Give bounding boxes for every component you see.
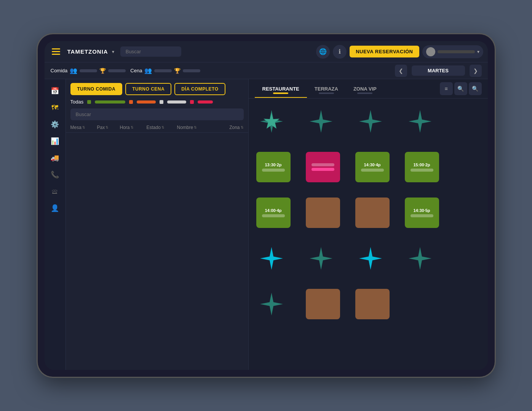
next-day-button[interactable]: ❯ [470, 65, 482, 77]
table-12[interactable]: 14:30·5p [405, 198, 439, 228]
filter-red-dot [190, 100, 194, 104]
prev-day-button[interactable]: ❮ [395, 65, 407, 77]
sidebar: 📅 🗺 ⚙️ 📊 🚚 📞 🛎 👤 [45, 79, 66, 370]
col-nombre: Nombre ⇅ [177, 125, 215, 130]
sidebar-chart-icon[interactable]: 📊 [48, 134, 62, 148]
user-name-bar [438, 50, 475, 53]
sidebar-phone-icon[interactable]: 📞 [48, 167, 62, 182]
svg-marker-4 [409, 110, 431, 133]
svg-marker-3 [359, 110, 382, 133]
user-dropdown-icon[interactable]: ▾ [477, 49, 479, 54]
col-estado: Estado ⇅ [147, 125, 177, 130]
search-input[interactable] [120, 46, 181, 57]
turno-cena-button[interactable]: TURNO CENA [125, 83, 171, 95]
table-9[interactable]: 14:00·4p [256, 198, 291, 228]
table-8-time: 15:00·2p [413, 162, 430, 167]
right-panel: RESTAURANTE TERRAZA ZONA VIP ≡ 🔍 [249, 79, 488, 370]
filter-row: Todas [66, 97, 248, 106]
cena-trophy-icon: 🏆 [174, 68, 181, 74]
sidebar-map-icon[interactable]: 🗺 [48, 100, 62, 115]
table-star-16[interactable] [405, 243, 435, 274]
table-19[interactable] [355, 289, 390, 319]
table-10[interactable] [306, 198, 340, 228]
cena-section: Cena 👥 🏆 [130, 67, 200, 74]
brand-dropdown-icon[interactable]: ▾ [112, 49, 114, 54]
reservations-search-input[interactable] [70, 108, 244, 120]
dia-completo-button[interactable]: DÍA COMPLETO [174, 83, 225, 95]
table-header: Mesa ⇅ Pax ⇅ Hora ⇅ Estado ⇅ [66, 123, 248, 133]
table-6[interactable] [306, 152, 340, 182]
sidebar-orders-icon[interactable]: 🛎 [48, 184, 62, 199]
svg-marker-8 [409, 247, 431, 270]
pax-sort-icon[interactable]: ⇅ [105, 126, 109, 129]
left-panel: TURNO COMIDA TURNO CENA DÍA COMPLETO Tod… [66, 79, 249, 370]
user-area: ▾ [422, 45, 483, 58]
svg-marker-6 [310, 247, 332, 270]
sidebar-delivery-icon[interactable]: 🚚 [48, 151, 62, 165]
table-7[interactable]: 14:30·4p [355, 152, 390, 182]
day-label: MARTES [412, 65, 465, 76]
table-9-bar [262, 214, 285, 217]
cena-pax-bar [154, 69, 172, 72]
table-star-4[interactable] [405, 106, 435, 137]
nombre-sort-icon[interactable]: ⇅ [194, 126, 197, 129]
sidebar-guests-icon[interactable]: 👤 [48, 201, 62, 215]
table-5[interactable]: 13:30·2p [256, 152, 291, 182]
todas-label: Todas [70, 99, 84, 105]
filter-gray-bar [167, 100, 186, 104]
sidebar-calendar-icon[interactable]: 📅 [48, 84, 62, 98]
sub-header: Comida 👥 🏆 Cena 👥 🏆 ❮ MARTES ❯ [45, 62, 488, 79]
mesa-sort-icon[interactable]: ⇅ [82, 126, 85, 129]
table-8[interactable]: 15:00·2p [405, 152, 439, 182]
col-zona: Zona ⇅ [215, 125, 244, 130]
table-18[interactable] [306, 289, 340, 319]
table-7-bar [361, 169, 384, 172]
table-star-1[interactable] [256, 106, 287, 137]
zona-sort-icon[interactable]: ⇅ [241, 126, 244, 129]
table-5-bar [262, 169, 285, 172]
comida-label: Comida [51, 68, 68, 73]
comida-section: Comida 👥 🏆 [51, 67, 126, 74]
list-view-button[interactable]: ≡ [440, 82, 453, 95]
tab-zona-vip[interactable]: ZONA VIP [346, 83, 384, 98]
nueva-reservacion-button[interactable]: NUEVA RESERVACIÓN [350, 46, 419, 57]
view-controls: ≡ 🔍 🔍 [440, 82, 482, 98]
brand-name: TAMETZONIA [67, 48, 108, 55]
svg-marker-9 [260, 293, 283, 315]
top-header: TAMETZONIA ▾ 🌐 ℹ NUEVA RESERVACIÓN ▾ [45, 41, 488, 62]
filter-orange-dot [129, 100, 133, 104]
turno-comida-button[interactable]: TURNO COMIDA [70, 83, 123, 95]
table-11[interactable] [355, 198, 390, 228]
globe-button[interactable]: 🌐 [316, 45, 330, 59]
comida-trophy-bar [108, 69, 126, 72]
table-star-14[interactable] [306, 243, 336, 274]
sidebar-settings-icon[interactable]: ⚙️ [48, 117, 62, 132]
device-frame: TAMETZONIA ▾ 🌐 ℹ NUEVA RESERVACIÓN ▾ Com… [38, 34, 495, 377]
table-star-17[interactable] [256, 289, 287, 319]
table-7-time: 14:30·4p [364, 162, 380, 167]
estado-sort-icon[interactable]: ⇅ [161, 126, 165, 129]
tab-restaurante[interactable]: RESTAURANTE [255, 83, 307, 98]
zone-tabs: RESTAURANTE TERRAZA ZONA VIP ≡ 🔍 [249, 79, 488, 99]
col-pax: Pax ⇅ [97, 125, 120, 130]
table-star-15[interactable] [355, 243, 386, 274]
cena-trophy-bar [183, 69, 200, 72]
info-button[interactable]: ℹ [333, 45, 347, 59]
table-6-pink-bar [312, 168, 334, 171]
filter-red-bar [198, 100, 213, 104]
menu-icon[interactable] [49, 45, 63, 59]
reservations-table-body [66, 133, 248, 370]
table-star-13[interactable] [256, 243, 287, 274]
comida-pax-bar [80, 69, 97, 72]
table-star-3[interactable] [355, 106, 386, 137]
col-mesa: Mesa ⇅ [70, 125, 97, 130]
filter-green-dot [87, 100, 91, 104]
filter-gray-dot [160, 100, 163, 104]
hora-sort-icon[interactable]: ⇅ [131, 126, 134, 129]
tab-terraza[interactable]: TERRAZA [307, 83, 346, 98]
avatar [426, 47, 435, 56]
table-star-2[interactable] [306, 106, 336, 137]
zoom-in-button[interactable]: 🔍 [454, 82, 467, 95]
zoom-out-button[interactable]: 🔍 [469, 82, 482, 95]
svg-marker-7 [359, 247, 382, 270]
